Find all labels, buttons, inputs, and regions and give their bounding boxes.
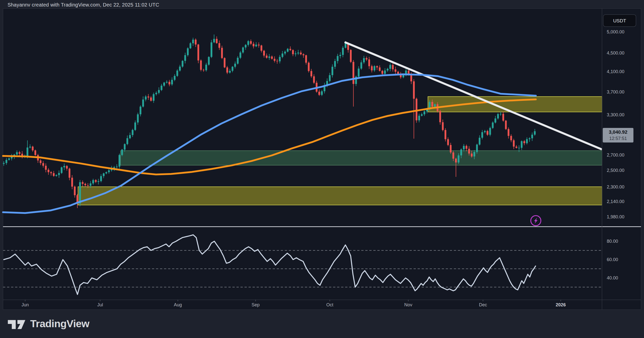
- rsi-axis-label: 40.00: [607, 275, 618, 280]
- price-axis-label: 2,700.00: [607, 153, 624, 158]
- price-axis-label: 4,500.00: [607, 51, 624, 56]
- price-axis-label: 5,000.00: [607, 29, 624, 34]
- time-axis-label-2026[interactable]: 2026: [556, 302, 566, 307]
- price-axis-label: 3,700.00: [607, 89, 624, 94]
- currency-badge[interactable]: USDT: [603, 15, 636, 27]
- time-axis-label-Nov[interactable]: Nov: [404, 302, 412, 307]
- last-price-value: 3,040.92: [609, 129, 627, 135]
- support-zone-green[interactable]: [120, 151, 602, 165]
- time-axis-label-Jul[interactable]: Jul: [97, 302, 103, 307]
- chart-attribution: Shayannv created with TradingView.com, D…: [8, 2, 159, 8]
- brand-name: TradingView: [30, 318, 89, 330]
- price-axis-label: 1,980.00: [607, 214, 624, 219]
- time-axis-label-Dec[interactable]: Dec: [479, 302, 487, 307]
- price-axis-label: 4,100.00: [607, 69, 624, 74]
- time-axis-label-Oct[interactable]: Oct: [326, 302, 333, 307]
- price-axis-label: 3,300.00: [607, 112, 624, 117]
- chart-canvas[interactable]: JunJulAugSepOctNovDec20265,000.004,500.0…: [0, 0, 644, 338]
- time-axis-label-Jun[interactable]: Jun: [21, 302, 29, 307]
- price-axis-label: 2,300.00: [607, 184, 624, 189]
- last-price-badge: 3,040.9212:57:51: [603, 128, 633, 142]
- tradingview-logo-icon[interactable]: [7, 317, 27, 331]
- rsi-axis-label: 60.00: [607, 257, 618, 262]
- attribution-text: Shayannv created with TradingView.com, D…: [8, 2, 159, 8]
- footer-brand: TradingView: [7, 317, 89, 331]
- time-axis-label-Sep[interactable]: Sep: [252, 302, 260, 307]
- bar-countdown: 12:57:51: [609, 136, 627, 141]
- price-axis-label: 2,140.00: [607, 199, 624, 204]
- time-axis-label-Aug[interactable]: Aug: [174, 302, 182, 307]
- resistance-zone-upper[interactable]: [428, 96, 602, 112]
- tradingview-screenshot: JunJulAugSepOctNovDec20265,000.004,500.0…: [0, 0, 644, 338]
- price-axis-label: 2,500.00: [607, 168, 624, 173]
- currency-badge-label: USDT: [613, 18, 626, 23]
- demand-zone-lower[interactable]: [78, 187, 602, 205]
- rsi-axis-label: 80.00: [607, 239, 618, 244]
